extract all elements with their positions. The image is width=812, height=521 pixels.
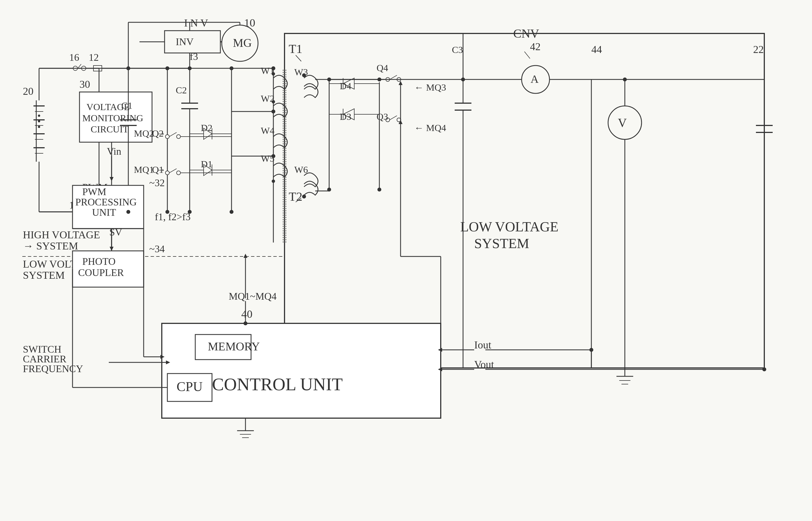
- photo-coupler-label: PHOTO: [82, 256, 115, 267]
- f1f2f3-label: f1, f2>f3: [155, 211, 191, 223]
- num34-label: ~34: [149, 243, 164, 254]
- switch-carrier-label: SWITCH: [23, 344, 61, 355]
- svg-point-211: [271, 154, 275, 158]
- mq4-label: ← MQ4: [414, 123, 446, 133]
- num30-label: 30: [80, 78, 90, 90]
- mq1-label: MQ1 →: [134, 164, 166, 175]
- svg-text:SYSTEM: SYSTEM: [36, 240, 78, 252]
- svg-point-208: [229, 210, 234, 214]
- t1-label: T1: [289, 42, 302, 56]
- svg-point-207: [229, 66, 234, 70]
- svg-point-206: [188, 210, 192, 214]
- svg-text:FREQUENCY: FREQUENCY: [23, 363, 83, 375]
- num32-label: ~32: [149, 177, 164, 188]
- svg-text:PWM: PWM: [82, 186, 106, 197]
- num22-label: 22: [753, 44, 764, 55]
- c3-label: C3: [452, 45, 463, 55]
- svg-point-201: [126, 66, 130, 70]
- c2-label: C2: [176, 85, 187, 95]
- num16-label: 16: [69, 52, 79, 63]
- mq3-label: ← MQ3: [414, 82, 446, 93]
- num12-label: 12: [89, 52, 99, 63]
- svg-point-32: [302, 195, 306, 199]
- memory-label: MEMORY: [208, 340, 260, 353]
- mq1mq4-label: MQ1~MQ4: [229, 291, 277, 302]
- w4-label: W4: [261, 126, 275, 136]
- svg-text:INV: INV: [176, 36, 194, 47]
- svg-point-25: [272, 100, 275, 104]
- mq2-label: MQ2 →: [134, 128, 166, 139]
- d2-label: D2: [201, 123, 213, 133]
- svg-point-24: [272, 72, 275, 75]
- control-unit-label: CONTROL UNIT: [212, 375, 343, 394]
- svg-text:PROCESSING: PROCESSING: [75, 197, 137, 208]
- diagram-container: HIGH VOLTAGE → SYSTEM LOW VOLTAGE SYSTEM…: [0, 0, 812, 521]
- mg-number-label: 10: [244, 17, 255, 29]
- high-voltage-label: HIGH VOLTAGE: [23, 229, 100, 241]
- svg-text:MONITORING: MONITORING: [82, 113, 143, 123]
- svg-point-213: [327, 77, 331, 82]
- svg-point-31: [302, 73, 306, 77]
- svg-point-204: [166, 210, 169, 214]
- cnv-label: CNV: [513, 27, 539, 40]
- ammeter-label: A: [530, 73, 539, 85]
- d1-label: D1: [201, 159, 213, 169]
- svg-point-154: [623, 77, 627, 82]
- w6-label: W6: [294, 164, 308, 175]
- svg-point-214: [377, 77, 381, 82]
- svg-point-212: [461, 77, 465, 82]
- svg-point-26: [272, 180, 275, 183]
- voltmeter-label: V: [618, 116, 627, 130]
- num44-label: 44: [591, 44, 602, 55]
- svg-point-44: [38, 126, 40, 128]
- q3-label: Q3: [377, 112, 388, 122]
- svg-point-215: [377, 188, 381, 191]
- svg-point-205: [188, 66, 192, 70]
- svg-point-189: [762, 367, 766, 371]
- cnv-num-label: 42: [530, 41, 541, 52]
- c1-label: C1: [121, 100, 132, 111]
- vout-label: Vout: [474, 359, 494, 370]
- svg-text:UNIT: UNIT: [92, 207, 116, 218]
- svg-point-203: [166, 66, 169, 70]
- svg-text:SYSTEM: SYSTEM: [474, 235, 529, 251]
- low-voltage-label-right: LOW VOLTAGE: [460, 219, 558, 234]
- svg-text:→: →: [23, 240, 34, 252]
- t2-label: T2: [289, 190, 302, 203]
- cpu-label: CPU: [177, 379, 202, 394]
- svg-point-43: [38, 120, 40, 122]
- svg-point-210: [271, 110, 275, 113]
- svg-point-209: [271, 66, 275, 70]
- svg-point-42: [38, 115, 40, 117]
- inv-label: I N V: [184, 17, 208, 29]
- svg-point-217: [243, 321, 247, 325]
- svg-point-216: [327, 188, 331, 191]
- q4-label: Q4: [377, 63, 388, 73]
- svg-text:CARRIER: CARRIER: [23, 354, 66, 365]
- iout-label: Iout: [474, 339, 491, 351]
- svg-text:SYSTEM: SYSTEM: [23, 269, 65, 281]
- vin-label: Vin: [107, 146, 121, 157]
- f3-label: f3: [190, 51, 198, 62]
- num40-label: 40: [241, 308, 253, 320]
- svg-point-202: [126, 210, 130, 214]
- num20-label: 20: [23, 85, 34, 97]
- svg-text:COUPLER: COUPLER: [78, 267, 124, 278]
- mg-label: MG: [233, 37, 252, 49]
